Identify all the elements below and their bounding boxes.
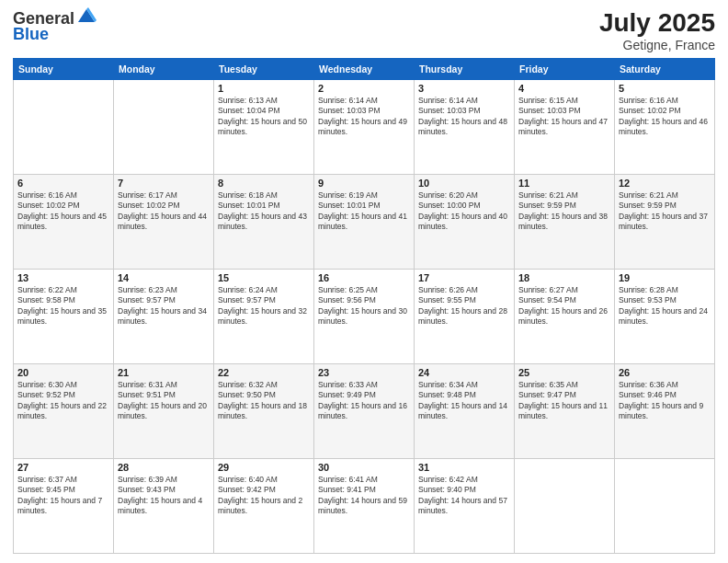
weekday-header: Tuesday: [214, 58, 314, 79]
calendar-day-cell: 14Sunrise: 6:23 AMSunset: 9:57 PMDayligh…: [114, 269, 214, 363]
day-content: Sunrise: 6:21 AMSunset: 9:59 PMDaylight:…: [518, 190, 610, 233]
calendar-day-cell: 23Sunrise: 6:33 AMSunset: 9:49 PMDayligh…: [314, 363, 415, 458]
calendar-day-cell: 3Sunrise: 6:14 AMSunset: 10:03 PMDayligh…: [415, 79, 515, 174]
day-number: 26: [619, 367, 711, 378]
day-content: Sunrise: 6:14 AMSunset: 10:03 PMDaylight…: [318, 96, 410, 138]
day-content: Sunrise: 6:41 AMSunset: 9:41 PMDaylight:…: [318, 475, 410, 517]
weekday-header: Wednesday: [314, 58, 415, 79]
calendar-day-cell: 21Sunrise: 6:31 AMSunset: 9:51 PMDayligh…: [114, 363, 214, 458]
day-number: 13: [17, 272, 109, 283]
logo-blue: Blue: [13, 25, 49, 44]
day-content: Sunrise: 6:18 AMSunset: 10:01 PMDaylight…: [218, 190, 310, 233]
calendar-day-cell: 18Sunrise: 6:27 AMSunset: 9:54 PMDayligh…: [515, 269, 615, 363]
day-content: Sunrise: 6:20 AMSunset: 10:00 PMDaylight…: [418, 190, 510, 233]
calendar-day-cell: 25Sunrise: 6:35 AMSunset: 9:47 PMDayligh…: [515, 363, 615, 458]
day-content: Sunrise: 6:13 AMSunset: 10:04 PMDaylight…: [218, 96, 310, 138]
day-content: Sunrise: 6:21 AMSunset: 9:59 PMDaylight:…: [619, 190, 711, 233]
calendar-day-cell: 26Sunrise: 6:36 AMSunset: 9:46 PMDayligh…: [615, 363, 715, 458]
calendar-week-row: 13Sunrise: 6:22 AMSunset: 9:58 PMDayligh…: [14, 269, 715, 363]
calendar-week-row: 20Sunrise: 6:30 AMSunset: 9:52 PMDayligh…: [14, 363, 715, 458]
day-number: 1: [218, 83, 310, 94]
calendar-day-cell: 8Sunrise: 6:18 AMSunset: 10:01 PMDayligh…: [214, 174, 314, 269]
day-number: 4: [518, 83, 610, 94]
calendar-day-cell: 17Sunrise: 6:26 AMSunset: 9:55 PMDayligh…: [415, 269, 515, 363]
day-number: 29: [218, 462, 310, 473]
calendar-day-cell: 31Sunrise: 6:42 AMSunset: 9:40 PMDayligh…: [415, 458, 515, 553]
day-number: 27: [17, 462, 109, 473]
day-number: 15: [218, 272, 310, 283]
calendar-day-cell: 24Sunrise: 6:34 AMSunset: 9:48 PMDayligh…: [415, 363, 515, 458]
day-content: Sunrise: 6:32 AMSunset: 9:50 PMDaylight:…: [218, 380, 310, 422]
day-content: Sunrise: 6:28 AMSunset: 9:53 PMDaylight:…: [619, 285, 711, 327]
logo: General Blue: [13, 9, 97, 44]
day-content: Sunrise: 6:19 AMSunset: 10:01 PMDaylight…: [318, 190, 410, 233]
day-number: 16: [318, 272, 410, 283]
day-content: Sunrise: 6:33 AMSunset: 9:49 PMDaylight:…: [318, 380, 410, 422]
day-number: 3: [418, 83, 510, 94]
calendar-week-row: 6Sunrise: 6:16 AMSunset: 10:02 PMDayligh…: [14, 174, 715, 269]
day-content: Sunrise: 6:23 AMSunset: 9:57 PMDaylight:…: [118, 285, 210, 327]
title-block: July 2025 Getigne, France: [599, 9, 715, 52]
day-number: 30: [318, 462, 410, 473]
day-number: 21: [118, 367, 210, 378]
day-number: 9: [318, 178, 410, 189]
calendar-day-cell: [14, 79, 114, 174]
calendar-day-cell: [515, 458, 615, 553]
calendar-day-cell: 15Sunrise: 6:24 AMSunset: 9:57 PMDayligh…: [214, 269, 314, 363]
calendar-day-cell: 9Sunrise: 6:19 AMSunset: 10:01 PMDayligh…: [314, 174, 415, 269]
calendar-day-cell: 11Sunrise: 6:21 AMSunset: 9:59 PMDayligh…: [515, 174, 615, 269]
day-number: 22: [218, 367, 310, 378]
day-number: 2: [318, 83, 410, 94]
weekday-header: Sunday: [14, 58, 114, 79]
day-content: Sunrise: 6:24 AMSunset: 9:57 PMDaylight:…: [218, 285, 310, 327]
day-number: 10: [418, 178, 510, 189]
day-number: 25: [518, 367, 610, 378]
day-content: Sunrise: 6:34 AMSunset: 9:48 PMDaylight:…: [418, 380, 510, 422]
day-content: Sunrise: 6:26 AMSunset: 9:55 PMDaylight:…: [418, 285, 510, 327]
day-number: 31: [418, 462, 510, 473]
calendar-day-cell: 13Sunrise: 6:22 AMSunset: 9:58 PMDayligh…: [14, 269, 114, 363]
day-content: Sunrise: 6:17 AMSunset: 10:02 PMDaylight…: [118, 190, 210, 233]
calendar-day-cell: 6Sunrise: 6:16 AMSunset: 10:02 PMDayligh…: [14, 174, 114, 269]
day-content: Sunrise: 6:16 AMSunset: 10:02 PMDaylight…: [619, 96, 711, 138]
calendar-table: SundayMondayTuesdayWednesdayThursdayFrid…: [13, 58, 715, 554]
day-number: 19: [619, 272, 711, 283]
day-number: 23: [318, 367, 410, 378]
day-number: 12: [619, 178, 711, 189]
day-number: 28: [118, 462, 210, 473]
calendar-day-cell: [615, 458, 715, 553]
calendar-day-cell: 19Sunrise: 6:28 AMSunset: 9:53 PMDayligh…: [615, 269, 715, 363]
day-content: Sunrise: 6:39 AMSunset: 9:43 PMDaylight:…: [118, 475, 210, 517]
calendar-day-cell: 4Sunrise: 6:15 AMSunset: 10:03 PMDayligh…: [515, 79, 615, 174]
day-content: Sunrise: 6:15 AMSunset: 10:03 PMDaylight…: [518, 96, 610, 138]
page: General Blue July 2025 Getigne, France S…: [0, 0, 728, 563]
day-number: 18: [518, 272, 610, 283]
day-content: Sunrise: 6:40 AMSunset: 9:42 PMDaylight:…: [218, 475, 310, 517]
day-number: 20: [17, 367, 109, 378]
day-content: Sunrise: 6:36 AMSunset: 9:46 PMDaylight:…: [619, 380, 711, 422]
day-content: Sunrise: 6:22 AMSunset: 9:58 PMDaylight:…: [17, 285, 109, 327]
day-number: 6: [17, 178, 109, 189]
day-content: Sunrise: 6:37 AMSunset: 9:45 PMDaylight:…: [17, 475, 109, 517]
calendar-day-cell: 1Sunrise: 6:13 AMSunset: 10:04 PMDayligh…: [214, 79, 314, 174]
logo-icon: [76, 6, 97, 26]
calendar-day-cell: [114, 79, 214, 174]
calendar-week-row: 1Sunrise: 6:13 AMSunset: 10:04 PMDayligh…: [14, 79, 715, 174]
weekday-header: Monday: [114, 58, 214, 79]
day-content: Sunrise: 6:25 AMSunset: 9:56 PMDaylight:…: [318, 285, 410, 327]
calendar-day-cell: 10Sunrise: 6:20 AMSunset: 10:00 PMDaylig…: [415, 174, 515, 269]
calendar-day-cell: 28Sunrise: 6:39 AMSunset: 9:43 PMDayligh…: [114, 458, 214, 553]
location-title: Getigne, France: [599, 38, 715, 52]
calendar-day-cell: 12Sunrise: 6:21 AMSunset: 9:59 PMDayligh…: [615, 174, 715, 269]
calendar-day-cell: 22Sunrise: 6:32 AMSunset: 9:50 PMDayligh…: [214, 363, 314, 458]
day-number: 14: [118, 272, 210, 283]
day-number: 17: [418, 272, 510, 283]
day-content: Sunrise: 6:14 AMSunset: 10:03 PMDaylight…: [418, 96, 510, 138]
calendar-day-cell: 7Sunrise: 6:17 AMSunset: 10:02 PMDayligh…: [114, 174, 214, 269]
day-content: Sunrise: 6:42 AMSunset: 9:40 PMDaylight:…: [418, 475, 510, 517]
month-title: July 2025: [599, 9, 715, 38]
calendar-day-cell: 5Sunrise: 6:16 AMSunset: 10:02 PMDayligh…: [615, 79, 715, 174]
weekday-header: Friday: [515, 58, 615, 79]
day-number: 11: [518, 178, 610, 189]
calendar-header-row: SundayMondayTuesdayWednesdayThursdayFrid…: [14, 58, 715, 79]
